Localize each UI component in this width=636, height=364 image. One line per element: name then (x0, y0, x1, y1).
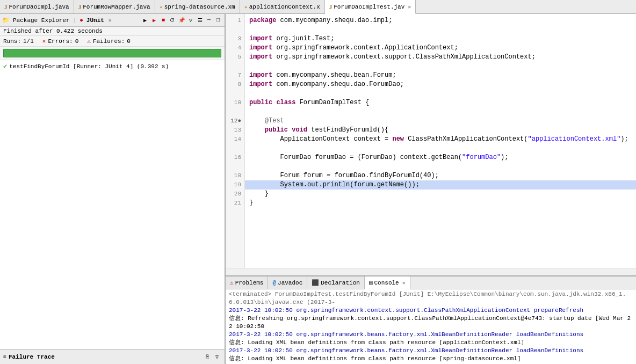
xml-icon: ✦ (244, 4, 248, 10)
code-line-19: System.out.println(forum.getName()); (245, 180, 636, 190)
stop-icon[interactable]: ■ (159, 16, 168, 25)
top-tab-bar: J ForumDaoImpl.java J ForumRowMapper.jav… (0, 0, 636, 14)
tab-label: ForumRowMapper.java (83, 4, 150, 10)
console-icon: ▤ (369, 279, 373, 286)
line-num-1: 1 (226, 16, 244, 25)
rerun-failed-icon[interactable]: ▶ (150, 16, 158, 25)
code-line-8: import com.mycompany.shequ.dao.ForumDao; (245, 80, 636, 89)
code-line-7: import com.mycompany.shequ.bean.Forum; (245, 71, 636, 80)
code-line-4: import org.springframework.context.Appli… (245, 43, 636, 53)
filter-trace-icon[interactable]: ▽ (213, 353, 221, 361)
line-num-12: 12● (226, 117, 244, 126)
tab-label: ForumDaoImpl.java (9, 4, 69, 10)
left-panel: 📁 Package Explorer | ● JUnit ✕ ▶ ▶ ■ ⏱ 📌… (0, 14, 226, 364)
pin-icon[interactable]: 📌 (177, 16, 186, 25)
line-num-5: 5 (226, 53, 244, 62)
test-item[interactable]: ✔ testFindByForumId [Runner: JUnit 4] (0… (0, 61, 225, 71)
maximize-icon[interactable]: □ (214, 16, 222, 25)
tab-console[interactable]: ▤ Console ✕ (365, 276, 410, 289)
rerun-icon[interactable]: ▶ (141, 16, 149, 25)
code-line-2 (245, 25, 636, 34)
java-icon: J (78, 4, 82, 10)
main-area: 📁 Package Explorer | ● JUnit ✕ ▶ ▶ ■ ⏱ 📌… (0, 14, 636, 364)
code-line-20: } (245, 190, 636, 199)
tab-spring-datasource[interactable]: ✦ spring-datasource.xm (155, 0, 240, 13)
bottom-panel: ⚠ Problems @ Javadoc ⬛ Declaration ▤ Con… (226, 275, 636, 364)
xml-icon: ✦ (160, 4, 163, 10)
failures-stat: ⚠ Failures: 0 (87, 38, 131, 45)
line-num-20: 20 (226, 190, 244, 199)
minimize-icon[interactable]: ─ (205, 16, 213, 25)
progress-container (0, 47, 225, 60)
line-num-4: 4 (226, 43, 244, 53)
failure-trace-header-left: ≡ Failure Trace (3, 354, 55, 360)
tab-problems[interactable]: ⚠ Problems (226, 276, 268, 289)
status-bar: Finished after 0.422 seconds (0, 27, 225, 36)
menu-icon[interactable]: ☰ (196, 16, 204, 25)
editor-area[interactable]: 1 3 4 5 7 8 10 12● 13 14 16 (226, 14, 636, 268)
javadoc-icon: @ (272, 280, 276, 286)
code-line-10: public class ForumDaoImplTest { (245, 98, 636, 107)
failures-value: 0 (127, 38, 131, 45)
tab-label: spring-datasource.xm (164, 4, 235, 10)
tab-forum-row-mapper[interactable]: J ForumRowMapper.java (74, 0, 155, 13)
console-area[interactable]: <terminated> ForumDaoImplTest.testFindBy… (226, 289, 636, 364)
panel-toolbar: ▶ ▶ ■ ⏱ 📌 ▽ ☰ ─ □ (141, 16, 222, 25)
test-item-label: testFindByForumId [Runner: JUnit 4] (0.3… (9, 63, 169, 70)
failures-icon: ⚠ (87, 38, 91, 45)
history-icon[interactable]: ⏱ (168, 16, 177, 25)
tab-label: ForumDaoImplTest.jav (334, 4, 404, 10)
tab-close-icon[interactable]: ✕ (408, 4, 411, 10)
junit-label[interactable]: JUnit (86, 17, 104, 24)
console-close-icon[interactable]: ✕ (402, 280, 406, 286)
copy-icon[interactable]: ⎘ (203, 353, 212, 361)
code-line-14: ApplicationContext context = new ClassPa… (245, 135, 636, 144)
line-num-18: 18 (226, 171, 244, 180)
bottom-tab-bar: ⚠ Problems @ Javadoc ⬛ Declaration ▤ Con… (226, 276, 636, 289)
code-line-22 (245, 208, 636, 217)
code-line-5: import org.springframework.context.suppo… (245, 53, 636, 62)
line-num-14: 14 (226, 135, 244, 144)
failure-trace-panel: ≡ Failure Trace ⎘ ▽ (0, 349, 225, 364)
tab-declaration[interactable]: ⬛ Declaration (307, 276, 365, 289)
line-num-3: 3 (226, 34, 244, 43)
code-line-16: ForumDao forumDao = (ForumDao) context.g… (245, 153, 636, 162)
close-icon[interactable]: ✕ (109, 17, 112, 24)
errors-icon: ✕ (42, 38, 46, 45)
tab-forum-dao-impl[interactable]: J ForumDaoImpl.java (0, 0, 74, 13)
errors-label: Errors: (48, 38, 73, 45)
separator: | (73, 17, 77, 24)
line-num-10: 10 (226, 98, 244, 107)
code-line-21: } (245, 199, 636, 208)
code-line-9 (245, 89, 636, 98)
progress-bar (3, 49, 221, 57)
console-line-2: 信息: Refreshing org.springframework.conte… (229, 315, 633, 331)
code-line-13: public void testFindByForumId(){ (245, 126, 636, 135)
panel-explore-icon: 📁 (2, 17, 10, 24)
line-num-16: 16 (226, 153, 244, 162)
tab-forum-dao-impl-test[interactable]: J ForumDaoImplTest.jav ✕ (325, 0, 416, 14)
javadoc-label: Javadoc (278, 280, 302, 286)
line-num-22 (226, 208, 244, 217)
code-line-15 (245, 144, 636, 153)
filter-icon[interactable]: ▽ (186, 16, 195, 25)
console-terminated-line: <terminated> ForumDaoImplTest.testFindBy… (229, 290, 633, 307)
failure-trace-label: Failure Trace (9, 354, 55, 360)
horizontal-scroll[interactable] (226, 268, 636, 275)
console-label: Console (374, 280, 399, 286)
status-text: Finished after 0.422 seconds (3, 28, 103, 34)
tab-app-context[interactable]: ✦ applicationContext.x (240, 0, 325, 13)
line-num-11 (226, 107, 244, 117)
console-line-1: 2017-3-22 10:02:50 org.springframework.c… (229, 307, 633, 315)
console-line-6: 信息: Loading XML bean definitions from cl… (229, 355, 633, 363)
code-line-6 (245, 62, 636, 71)
line-num-19: 19 (226, 180, 244, 190)
errors-value: 0 (75, 38, 79, 45)
tab-javadoc[interactable]: @ Javadoc (268, 276, 307, 289)
failures-label: Failures: (93, 38, 125, 45)
declaration-label: Declaration (321, 280, 360, 286)
runs-value: 1/1 (23, 38, 34, 45)
junit-icon: ● (80, 17, 83, 24)
console-line-5: 2017-3-22 10:02:50 org.springframework.b… (229, 347, 633, 355)
package-explorer-label[interactable]: Package Explorer (13, 17, 70, 24)
